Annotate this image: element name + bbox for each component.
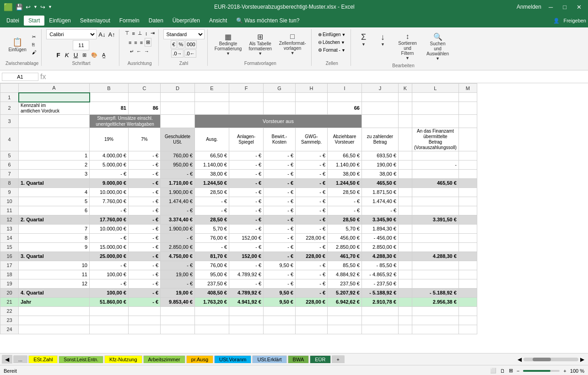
cell-G12[interactable]: - € bbox=[264, 215, 296, 224]
col-header-G[interactable]: G bbox=[264, 84, 296, 93]
cell-A5[interactable]: 1 bbox=[19, 151, 90, 160]
cell-I9[interactable]: 28,50 € bbox=[328, 188, 362, 197]
italic-button[interactable]: K bbox=[63, 51, 71, 59]
cell-J6[interactable]: 190,00 € bbox=[362, 160, 399, 169]
cell-E2[interactable] bbox=[195, 102, 229, 115]
cell-D20[interactable]: 19,00 € bbox=[161, 288, 195, 297]
cell-I24[interactable] bbox=[328, 325, 362, 334]
cell-B21[interactable]: 51.860,00 € bbox=[90, 297, 129, 306]
cell-H24[interactable] bbox=[296, 325, 328, 334]
cell-I15[interactable]: 2.850,00 € bbox=[328, 242, 362, 252]
minimize-button[interactable]: ─ bbox=[546, 3, 556, 11]
cell-D7[interactable]: - € bbox=[161, 169, 195, 178]
cell-K23[interactable] bbox=[399, 316, 412, 325]
scroll-right-icon[interactable]: ▶ bbox=[580, 356, 584, 363]
cell-J11[interactable]: - € bbox=[362, 206, 399, 215]
cell-F14[interactable]: 152,00 € bbox=[229, 233, 264, 242]
cell-M21[interactable] bbox=[459, 297, 477, 306]
tab-ellipsis[interactable]: ... bbox=[13, 355, 27, 363]
cell-G23[interactable] bbox=[264, 316, 296, 325]
cell-C20[interactable]: - € bbox=[129, 288, 161, 297]
cell-D17[interactable]: - € bbox=[161, 261, 195, 270]
cell-H10[interactable]: - € bbox=[296, 197, 328, 206]
cell-D5[interactable]: 760,00 € bbox=[161, 151, 195, 160]
cell-F10[interactable]: - € bbox=[229, 197, 264, 206]
cell-M17[interactable] bbox=[459, 261, 477, 270]
cut-button[interactable]: ✂ bbox=[30, 33, 38, 40]
cell-J14[interactable]: - 456,00 € bbox=[362, 233, 399, 242]
tab-bwa[interactable]: BWA bbox=[288, 355, 309, 363]
menu-item-file[interactable]: Datei bbox=[2, 16, 24, 26]
cell-H23[interactable] bbox=[296, 316, 328, 325]
cell-A10[interactable]: 5 bbox=[19, 197, 90, 206]
cell-E15[interactable]: - € bbox=[195, 242, 229, 252]
close-button[interactable]: ✕ bbox=[574, 3, 584, 11]
cell-A8[interactable]: 1. Quartal bbox=[19, 178, 90, 188]
cell-M12[interactable] bbox=[459, 215, 477, 224]
underline-button[interactable]: U bbox=[72, 51, 80, 59]
undo-icon[interactable]: ↩ bbox=[26, 4, 31, 11]
sort-dropdown[interactable]: ▼ bbox=[405, 56, 410, 60]
cell-M3[interactable] bbox=[459, 114, 477, 128]
delete-cells-button[interactable]: ⊖ Löschen ▼ bbox=[316, 39, 347, 46]
cell-C5[interactable]: - € bbox=[129, 151, 161, 160]
cell-A11[interactable]: 6 bbox=[19, 206, 90, 215]
cell-F24[interactable] bbox=[229, 325, 264, 334]
cell-J8[interactable]: 465,50 € bbox=[362, 178, 399, 188]
cell-F15[interactable]: - € bbox=[229, 242, 264, 252]
cell-A7[interactable]: 3 bbox=[19, 169, 90, 178]
indent-icon[interactable]: ⇥ bbox=[150, 29, 156, 37]
align-center-icon[interactable]: ≡ bbox=[133, 39, 138, 46]
cell-G6[interactable]: - € bbox=[264, 160, 296, 169]
cell-K20[interactable] bbox=[399, 288, 412, 297]
redo-icon[interactable]: ↪ bbox=[40, 4, 45, 11]
sort-filter-button[interactable]: ↕ Sortieren undFiltern ▼ bbox=[394, 31, 421, 62]
cell-styles-button[interactable]: □ Zellenformat-vorlagen ▼ bbox=[276, 31, 308, 57]
cell-A23[interactable] bbox=[19, 316, 90, 325]
cell-J24[interactable] bbox=[362, 325, 399, 334]
cell-B8[interactable]: 9.000,00 € bbox=[90, 178, 129, 188]
cell-D3[interactable] bbox=[161, 114, 195, 128]
cell-K10[interactable] bbox=[399, 197, 412, 206]
cell-H19[interactable]: - € bbox=[296, 279, 328, 288]
align-right-icon[interactable]: ≡ bbox=[139, 39, 144, 46]
col-header-I[interactable]: I bbox=[328, 84, 362, 93]
cell-H9[interactable]: - € bbox=[296, 188, 328, 197]
cell-B9[interactable]: 10.000,00 € bbox=[90, 188, 129, 197]
cell-K9[interactable] bbox=[399, 188, 412, 197]
cell-B14[interactable]: - € bbox=[90, 233, 129, 242]
cell-C10[interactable]: - € bbox=[129, 197, 161, 206]
cell-G17[interactable]: 9,50 € bbox=[264, 261, 296, 270]
cell-J15[interactable]: 2.850,00 € bbox=[362, 242, 399, 252]
cell-G18[interactable]: - € bbox=[264, 270, 296, 279]
cell-K5[interactable] bbox=[399, 151, 412, 160]
cell-H1[interactable] bbox=[296, 93, 328, 102]
cell-I1[interactable] bbox=[328, 93, 362, 102]
scrollbar-thumb[interactable] bbox=[533, 358, 551, 361]
cell-A14[interactable]: 8 bbox=[19, 233, 90, 242]
tab-nav-prev[interactable]: ◀ bbox=[2, 355, 12, 364]
cell-C2[interactable]: 86 bbox=[129, 102, 161, 115]
cell-D4[interactable]: GeschuldeteUSt. bbox=[161, 128, 195, 151]
cell-A22[interactable] bbox=[19, 306, 90, 316]
cell-A16[interactable]: 3. Quartal bbox=[19, 252, 90, 261]
cell-B2[interactable]: 81 bbox=[90, 102, 129, 115]
col-header-E[interactable]: E bbox=[195, 84, 229, 93]
cell-K22[interactable] bbox=[399, 306, 412, 316]
cell-M11[interactable] bbox=[459, 206, 477, 215]
cell-G16[interactable]: - € bbox=[264, 252, 296, 261]
format-as-table-button[interactable]: ⊞ Als Tabelleformatieren ▼ bbox=[246, 31, 275, 57]
cell-F17[interactable]: - € bbox=[229, 261, 264, 270]
cell-J18[interactable]: - 4.865,92 € bbox=[362, 270, 399, 279]
col-header-J[interactable]: J bbox=[362, 84, 399, 93]
cell-L5[interactable] bbox=[412, 151, 459, 160]
cell-F8[interactable]: - € bbox=[229, 178, 264, 188]
cell-E5[interactable]: 66,50 € bbox=[195, 151, 229, 160]
cell-E9[interactable]: 28,50 € bbox=[195, 188, 229, 197]
cell-K19[interactable] bbox=[399, 279, 412, 288]
cell-D6[interactable]: 950,00 € bbox=[161, 160, 195, 169]
cell-B7[interactable]: - € bbox=[90, 169, 129, 178]
cell-E7[interactable]: 38,00 € bbox=[195, 169, 229, 178]
cell-I7[interactable]: 38,00 € bbox=[328, 169, 362, 178]
sheet-area[interactable]: A B C D E F G H I J K L M 1 bbox=[0, 83, 588, 353]
